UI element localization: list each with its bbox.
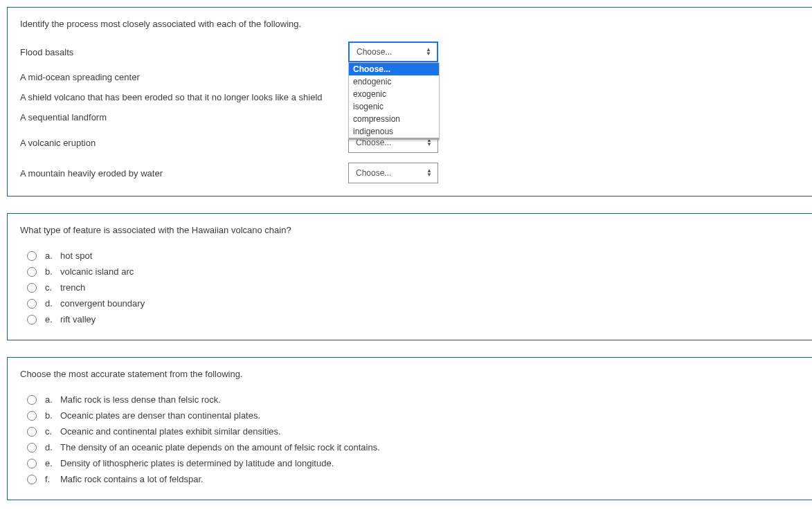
choice-letter: b. xyxy=(45,266,60,277)
choice-letter: f. xyxy=(45,474,60,484)
choice-row[interactable]: f. Mafic rock contains a lot of feldspar… xyxy=(27,471,800,487)
dropdown-option[interactable]: isogenic xyxy=(349,100,439,113)
select-value: Choose... xyxy=(357,47,392,57)
radio-icon[interactable] xyxy=(27,315,37,325)
choice-letter: d. xyxy=(45,442,60,453)
radio-icon[interactable] xyxy=(27,299,37,309)
select-value: Choose... xyxy=(356,168,391,178)
choice-letter: e. xyxy=(45,458,60,468)
choice-letter: c. xyxy=(45,426,60,437)
choice-row[interactable]: a. Mafic rock is less dense than felsic … xyxy=(27,392,800,408)
choice-row[interactable]: a. hot spot xyxy=(27,248,800,264)
choice-text: rift valley xyxy=(60,314,96,325)
choice-text: volcanic island arc xyxy=(60,266,134,277)
choice-row[interactable]: d. The density of an oceanic plate depen… xyxy=(27,439,800,455)
choice-letter: a. xyxy=(45,394,60,405)
question-1: Identify the process most closely associ… xyxy=(7,7,812,196)
dropdown-option[interactable]: compression xyxy=(349,113,439,125)
choice-text: Mafic rock contains a lot of feldspar. xyxy=(60,474,204,484)
match-label: A volcanic eruption xyxy=(20,138,348,148)
choice-letter: e. xyxy=(45,314,60,325)
radio-icon[interactable] xyxy=(27,475,37,484)
radio-icon[interactable] xyxy=(27,427,37,437)
match-label: A sequential landform xyxy=(20,112,348,122)
dropdown-option[interactable]: exogenic xyxy=(349,88,439,100)
choice-text: The density of an oceanic plate depends … xyxy=(60,442,380,453)
match-label: A mountain heavily eroded by water xyxy=(20,168,348,179)
choice-row[interactable]: b. volcanic island arc xyxy=(27,264,800,280)
radio-icon[interactable] xyxy=(27,395,37,405)
radio-icon[interactable] xyxy=(27,459,37,468)
question-3: Choose the most accurate statement from … xyxy=(7,357,812,500)
choice-text: convergent boundary xyxy=(60,298,145,309)
dropdown-option[interactable]: Choose... xyxy=(349,63,439,75)
choice-row[interactable]: c. Oceanic and continental plates exhibi… xyxy=(27,423,800,439)
radio-icon[interactable] xyxy=(27,411,37,421)
choice-letter: d. xyxy=(45,298,60,309)
choice-text: Oceanic and continental plates exhibit s… xyxy=(60,426,281,437)
match-label: A mid-ocean spreading center xyxy=(20,72,348,82)
choice-row[interactable]: b. Oceanic plates are denser than contin… xyxy=(27,408,800,423)
dropdown-option[interactable]: indigenous xyxy=(349,125,439,138)
dropdown-panel: Choose... endogenic exogenic isogenic co… xyxy=(348,62,440,140)
radio-icon[interactable] xyxy=(27,267,37,277)
choice-row[interactable]: e. rift valley xyxy=(27,311,800,327)
choice-row[interactable]: d. convergent boundary xyxy=(27,295,800,311)
chevron-updown-icon: ▲▼ xyxy=(426,169,432,178)
q3-prompt: Choose the most accurate statement from … xyxy=(20,369,800,379)
match-label: A shield volcano that has been eroded so… xyxy=(20,92,348,102)
choice-text: hot spot xyxy=(60,250,92,261)
q2-prompt: What type of feature is associated with … xyxy=(20,225,800,235)
radio-icon[interactable] xyxy=(27,283,37,293)
question-2: What type of feature is associated with … xyxy=(7,213,812,340)
choice-text: Density of lithospheric plates is determ… xyxy=(60,458,334,468)
match-row: Flood basalts Choose... ▲▼ Choose... end… xyxy=(20,42,800,62)
q1-prompt: Identify the process most closely associ… xyxy=(20,19,800,29)
choice-text: trench xyxy=(60,282,85,293)
choice-text: Mafic rock is less dense than felsic roc… xyxy=(60,394,221,405)
select-mountain-eroded[interactable]: Choose... ▲▼ xyxy=(348,163,438,183)
choice-row[interactable]: e. Density of lithospheric plates is det… xyxy=(27,455,800,471)
radio-icon[interactable] xyxy=(27,443,37,453)
match-label: Flood basalts xyxy=(20,47,348,57)
choice-row[interactable]: c. trench xyxy=(27,280,800,295)
match-row: A mountain heavily eroded by water Choos… xyxy=(20,163,800,183)
choice-letter: a. xyxy=(45,250,60,261)
choice-letter: b. xyxy=(45,410,60,421)
chevron-updown-icon: ▲▼ xyxy=(426,48,431,57)
select-flood-basalts[interactable]: Choose... ▲▼ xyxy=(348,42,438,62)
dropdown-option[interactable]: endogenic xyxy=(349,75,439,88)
choice-text: Oceanic plates are denser than continent… xyxy=(60,410,260,421)
choice-letter: c. xyxy=(45,282,60,293)
radio-icon[interactable] xyxy=(27,251,37,261)
